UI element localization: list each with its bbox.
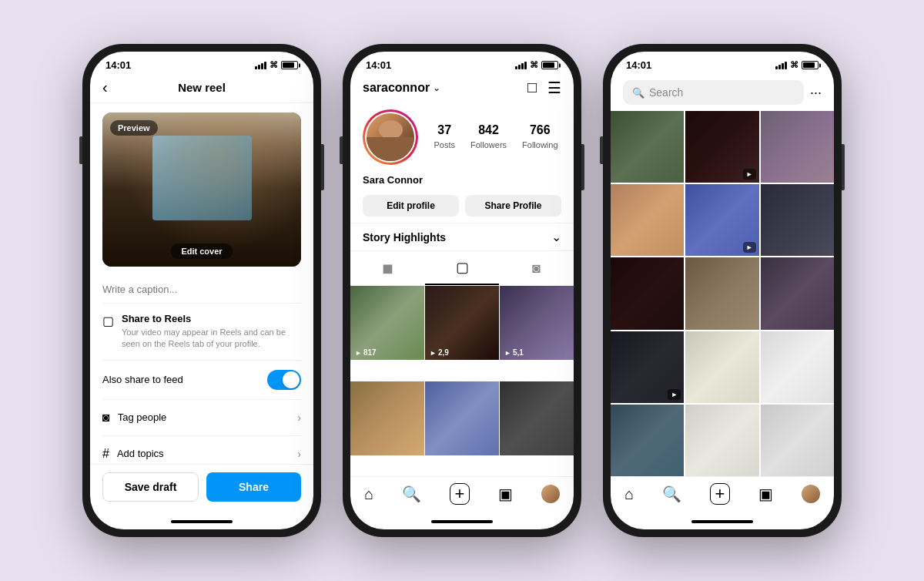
- followers-stat[interactable]: 842 Followers: [470, 123, 507, 151]
- grid-photo-6[interactable]: [500, 381, 574, 455]
- story-highlights-chevron: ⌄: [551, 230, 561, 244]
- dots-menu-button[interactable]: ···: [810, 85, 822, 101]
- edit-profile-button[interactable]: Edit profile: [363, 195, 459, 217]
- video-count-1: ►817: [355, 348, 377, 357]
- share-to-reels-section: ▢ Share to Reels Your video may appear i…: [102, 304, 301, 361]
- posts-count: 37: [434, 123, 455, 137]
- status-time-1: 14:01: [105, 59, 131, 71]
- profile-header: saraconnor ⌄ □ ☰: [350, 74, 574, 103]
- profile-display-name: Sara Connor: [350, 171, 574, 192]
- status-icons-2: ⌘: [515, 60, 558, 70]
- share-to-reels-desc: Your video may appear in Reels and can b…: [122, 327, 301, 351]
- video-badge-2: ►: [743, 169, 756, 180]
- posts-stat: 37 Posts: [434, 123, 455, 151]
- phones-container: 14:01 ⌘ ‹: [82, 44, 842, 537]
- add-post-icon[interactable]: □: [527, 79, 537, 97]
- nav-avatar-3[interactable]: [802, 485, 820, 503]
- phone-3-explore: 14:01 ⌘: [603, 44, 842, 537]
- wifi-icon-1: ⌘: [270, 60, 278, 70]
- nav-reels-3[interactable]: ▣: [758, 485, 773, 503]
- preview-container: Preview Edit cover: [102, 113, 301, 267]
- home-bar-2: [431, 520, 493, 523]
- reels-icon: ▢: [102, 314, 114, 328]
- explore-cell-12[interactable]: [761, 331, 834, 403]
- reels-text: Share to Reels Your video may appear in …: [122, 313, 301, 351]
- save-draft-button[interactable]: Save draft: [102, 472, 199, 502]
- also-share-toggle[interactable]: [267, 370, 301, 390]
- explore-cell-8[interactable]: [685, 257, 758, 329]
- explore-cell-1[interactable]: [611, 111, 684, 183]
- following-label: Following: [522, 140, 557, 149]
- nav-search-2[interactable]: 🔍: [402, 485, 421, 503]
- tag-people-row[interactable]: ◙ Tag people ›: [102, 400, 301, 436]
- explore-cell-5[interactable]: ►: [685, 184, 758, 256]
- nav-add-3[interactable]: +: [710, 483, 731, 505]
- explore-cell-15[interactable]: [761, 405, 834, 476]
- explore-cell-4[interactable]: [611, 184, 684, 256]
- username-text: saraconnor: [363, 81, 430, 95]
- explore-cell-9[interactable]: [761, 257, 834, 329]
- explore-cell-2[interactable]: ►: [685, 111, 758, 183]
- caption-input[interactable]: [102, 276, 301, 304]
- grid-photo-3[interactable]: ►5,1: [500, 286, 574, 360]
- explore-cell-6[interactable]: [761, 184, 834, 256]
- explore-cell-13[interactable]: [611, 405, 684, 476]
- following-stat[interactable]: 766 Following: [522, 123, 557, 151]
- explore-cell-3[interactable]: [761, 111, 834, 183]
- story-highlights-label: Story Highlights: [363, 231, 446, 243]
- explore-cell-10[interactable]: ►: [611, 331, 684, 403]
- bottom-nav-3: ⌂ 🔍 + ▣: [611, 476, 834, 517]
- explore-cell-7[interactable]: [611, 257, 684, 329]
- nav-avatar-2[interactable]: [541, 485, 560, 503]
- nav-home-2[interactable]: ⌂: [364, 485, 373, 503]
- status-bar-2: 14:01 ⌘: [350, 52, 574, 74]
- battery-icon-1: [281, 61, 298, 69]
- grid-photo-4[interactable]: [350, 381, 424, 455]
- grid-photo-2[interactable]: ►2,9: [425, 286, 499, 360]
- grid-photo-1[interactable]: ►817: [350, 286, 424, 360]
- tab-tagged[interactable]: ◙: [499, 251, 574, 285]
- followers-label: Followers: [470, 140, 507, 149]
- explore-cell-14[interactable]: [685, 405, 758, 476]
- share-to-reels-title: Share to Reels: [122, 313, 301, 324]
- wifi-icon-2: ⌘: [530, 60, 538, 70]
- search-input-wrap[interactable]: 🔍 Search: [623, 80, 804, 105]
- menu-icon[interactable]: ☰: [547, 79, 561, 97]
- video-badge-10: ►: [668, 389, 681, 400]
- share-profile-button[interactable]: Share Profile: [465, 195, 561, 217]
- home-bar-3: [691, 520, 753, 523]
- avatar-inner: [365, 112, 416, 163]
- also-share-label: Also share to feed: [102, 374, 183, 385]
- video-count-3: ►5,1: [504, 348, 524, 357]
- home-bar-1: [171, 520, 233, 523]
- header-icons: □ ☰: [527, 79, 561, 97]
- tab-reels[interactable]: ▢: [425, 251, 500, 285]
- phone-2-profile: 14:01 ⌘: [343, 44, 581, 537]
- tab-grid[interactable]: ◼: [350, 251, 425, 285]
- search-placeholder-text: Search: [649, 86, 683, 99]
- explore-grid: ► ► ►: [611, 111, 834, 476]
- share-button[interactable]: Share: [206, 472, 301, 502]
- nav-home-3[interactable]: ⌂: [624, 485, 634, 503]
- explore-cell-11[interactable]: [685, 331, 758, 403]
- new-reel-body: Preview Edit cover ▢ Share to Reels Your…: [90, 103, 313, 464]
- back-button[interactable]: ‹: [102, 79, 108, 96]
- nav-search-3[interactable]: 🔍: [662, 485, 681, 503]
- nav-reels-2[interactable]: ▣: [498, 485, 513, 503]
- status-bar-3: 14:01 ⌘: [611, 52, 834, 74]
- avatar: [367, 113, 414, 161]
- battery-icon-3: [802, 61, 819, 69]
- phone1-footer: Save draft Share: [90, 464, 313, 517]
- add-topics-row[interactable]: # Add topics ›: [102, 436, 301, 464]
- bottom-nav-2: ⌂ 🔍 + ▣: [350, 476, 574, 517]
- profile-grid: ►817 ►2,9 ►5,1: [350, 286, 574, 476]
- grid-photo-5[interactable]: [425, 381, 499, 455]
- tag-people-label: Tag people: [118, 411, 290, 423]
- nav-add-2[interactable]: +: [450, 483, 470, 505]
- tag-people-chevron: ›: [297, 411, 301, 424]
- search-icon: 🔍: [632, 87, 644, 99]
- add-topics-label: Add topics: [117, 448, 290, 459]
- stats-row: 37 Posts 842 Followers 766 Following: [430, 123, 561, 151]
- username-row[interactable]: saraconnor ⌄: [363, 81, 440, 95]
- edit-cover-button[interactable]: Edit cover: [170, 243, 233, 259]
